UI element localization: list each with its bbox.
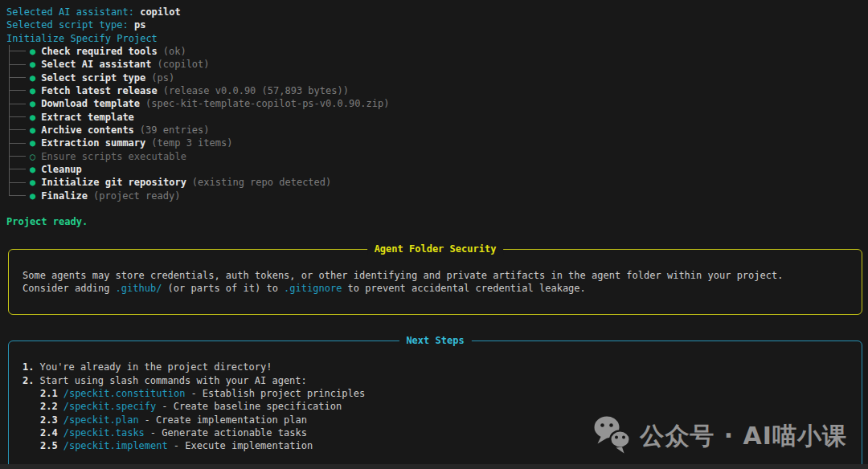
- command-description: - Establish project principles: [190, 388, 365, 399]
- tree-branch-icon: [9, 143, 26, 144]
- security-warning-line-1: Some agents may store credentials, auth …: [23, 269, 850, 282]
- tree-item: ●Fetch latest release(release v0.0.90 (5…: [6, 84, 863, 97]
- tree-branch-icon: [9, 64, 26, 65]
- next-steps-panel-title: Next Steps: [399, 335, 471, 346]
- tree-branch-icon: [9, 182, 26, 183]
- tree-item: ●Download template(spec-kit-template-cop…: [6, 97, 863, 110]
- tree-item: ●Extraction summary(temp 3 items): [6, 137, 863, 149]
- slash-command: /speckit.tasks: [63, 427, 145, 438]
- step-label: Archive contents: [41, 124, 134, 136]
- step-done-icon: ●: [30, 85, 35, 96]
- tree-branch-icon: [9, 51, 26, 51]
- security-text: Consider adding: [23, 283, 116, 294]
- step-label: Select AI assistant: [41, 59, 151, 70]
- command-description: - Generate actionable tasks: [150, 427, 307, 438]
- security-text: (or parts of it) to: [162, 283, 284, 294]
- step-done-icon: ●: [30, 190, 35, 202]
- script-type-label: Selected script type:: [6, 19, 134, 31]
- next-substep: 2.2/speckit.specify- Create baseline spe…: [23, 400, 850, 413]
- window-bottom-edge: [0, 464, 868, 469]
- step-label: Extract template: [41, 112, 134, 123]
- next-substep: 2.1/speckit.constitution- Establish proj…: [23, 387, 850, 400]
- step-detail: (release v0.0.90 (57,893 bytes)): [163, 85, 349, 96]
- step-pending-icon: ○: [30, 151, 35, 162]
- slash-command: /speckit.implement: [63, 440, 168, 451]
- github-folder-path: .github/: [116, 283, 162, 294]
- tree-branch-icon: [9, 104, 26, 104]
- status-line-ai-assistant: Selected AI assistant: copilot: [6, 6, 863, 18]
- agent-folder-security-panel: Agent Folder Security Some agents may st…: [8, 249, 862, 316]
- step-text: Start using slash commands with your AI …: [39, 375, 306, 386]
- step-done-icon: ●: [30, 98, 35, 109]
- step-detail: (39 entries): [140, 124, 210, 136]
- substep-number: 2.2: [40, 401, 58, 412]
- step-detail: (ps): [151, 72, 174, 84]
- ai-assistant-label: Selected AI assistant:: [6, 6, 140, 18]
- tree-item: ●Cleanup: [6, 163, 863, 176]
- step-detail: (ok): [163, 46, 186, 57]
- command-description: - Execute implementation: [174, 440, 313, 451]
- gitignore-file-path: .gitignore: [284, 283, 342, 294]
- security-panel-title: Agent Folder Security: [367, 243, 504, 255]
- tree-item: ●Extract template: [6, 111, 863, 124]
- step-label: Check required tools: [41, 46, 158, 57]
- step-done-icon: ●: [30, 137, 35, 149]
- tree-title: Initialize Specify Project: [6, 32, 863, 45]
- step-detail: (temp 3 items): [151, 137, 232, 149]
- step-detail: (project ready): [93, 190, 180, 202]
- project-ready-message: Project ready.: [6, 215, 863, 228]
- slash-command: /speckit.plan: [63, 414, 139, 426]
- tree-branch-icon: [9, 195, 26, 196]
- blank-line: [6, 202, 863, 215]
- step-label: Extraction summary: [41, 137, 145, 149]
- step-done-icon: ●: [30, 59, 35, 70]
- step-detail: (copilot): [158, 59, 210, 70]
- command-description: - Create implementation plan: [145, 414, 307, 426]
- substep-number: 2.1: [40, 388, 58, 399]
- security-warning-line-2: Consider adding .github/ (or parts of it…: [23, 282, 850, 295]
- security-text: to prevent accidental credential leakage…: [342, 283, 585, 294]
- step-label: Select script type: [41, 72, 145, 84]
- tree-item: ●Select script type(ps): [6, 71, 863, 84]
- slash-command: /speckit.constitution: [63, 388, 186, 399]
- substep-number: 2.4: [40, 427, 58, 438]
- step-done-icon: ●: [30, 124, 35, 136]
- tree-item: ●Select AI assistant(copilot): [6, 58, 863, 71]
- step-done-icon: ●: [30, 46, 35, 57]
- step-detail: (spec-kit-template-copilot-ps-v0.0.90.zi…: [145, 98, 389, 109]
- tree-branch-icon: [9, 90, 26, 91]
- step-label: Fetch latest release: [41, 85, 158, 96]
- tree-branch-icon: [9, 129, 26, 130]
- step-done-icon: ●: [30, 112, 35, 123]
- tree-branch-icon: [9, 169, 26, 169]
- command-description: - Create baseline specification: [162, 401, 342, 412]
- script-type-value: ps: [134, 19, 145, 31]
- tree-item: ●Archive contents(39 entries): [6, 124, 863, 137]
- ai-assistant-value: copilot: [140, 6, 181, 18]
- wechat-icon: [593, 414, 630, 458]
- tree-branch-icon: [9, 156, 26, 157]
- substep-number: 2.3: [40, 414, 58, 426]
- step-done-icon: ●: [30, 177, 35, 188]
- tree-item-last: ●Finalize(project ready): [6, 190, 863, 202]
- substep-number: 2.5: [40, 440, 58, 451]
- terminal-output[interactable]: Selected AI assistant: copilot Selected …: [6, 6, 863, 469]
- step-number: 2.: [23, 375, 34, 386]
- tree-item: ●Check required tools(ok): [6, 45, 863, 58]
- watermark-text: 公众号 · AI喵小课: [640, 420, 847, 453]
- next-step-2: 2.Start using slash commands with your A…: [23, 374, 850, 387]
- step-done-icon: ●: [30, 164, 35, 175]
- watermark: 公众号 · AI喵小课: [593, 413, 847, 459]
- next-step-1: 1.You're already in the project director…: [23, 361, 850, 373]
- step-label: Finalize: [41, 190, 88, 202]
- tree-branch-icon: [9, 77, 26, 78]
- step-detail: (existing repo detected): [192, 177, 331, 188]
- step-label: Ensure scripts executable: [41, 151, 186, 162]
- step-label: Cleanup: [41, 164, 82, 175]
- tree-item-pending: ○Ensure scripts executable: [6, 150, 863, 163]
- step-label: Initialize git repository: [41, 177, 186, 188]
- tree-item: ●Initialize git repository(existing repo…: [6, 176, 863, 189]
- tree-branch-icon: [9, 116, 26, 117]
- step-label: Download template: [41, 98, 140, 109]
- init-steps-tree: ●Check required tools(ok) ●Select AI ass…: [6, 45, 863, 202]
